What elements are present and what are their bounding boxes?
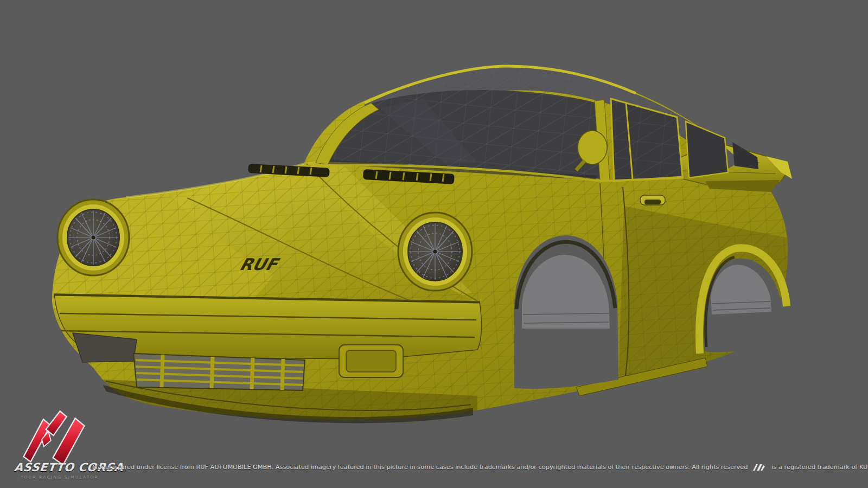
logo-subtitle: YOUR RACING SIMULATOR [21,475,99,480]
front-wheel-arch [514,235,618,389]
door-handle-recess [644,200,661,204]
assetto-corsa-trademark-icon [752,463,767,471]
headlight-left [58,200,129,275]
assetto-corsa-logo-mark [20,407,95,465]
rear-wheel-arch [699,248,787,354]
assetto-corsa-logo: ASSETTO CORSA YOUR RACING SIMULATOR [12,406,110,487]
svg-text:RUF: RUF [238,255,282,274]
render-canvas: RUF ASSETTO CORSA YOUR RACING SIMULATOR … [0,0,868,488]
car-3d-model: RUF [0,0,868,488]
disclaimer-text-1: Manufactured under license from RUF AUTO… [92,464,748,471]
headlight-right [398,213,472,291]
disclaimer-text-2: is a registered trademark of KUNOS Simul… [771,464,868,471]
ruf-badge: RUF [238,255,282,274]
front-grille [133,354,305,390]
license-disclaimer: Manufactured under license from RUF AUTO… [92,461,852,472]
